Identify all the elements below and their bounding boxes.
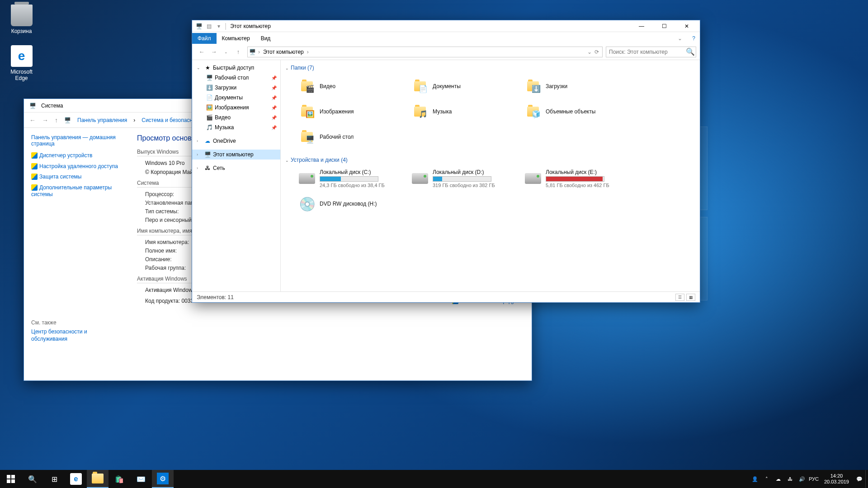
nav-tree: ⌄★Быстрый доступ 🖥️Рабочий стол📌⬇️Загруз…: [192, 60, 281, 291]
up-button[interactable]: ↑: [232, 46, 244, 58]
search-box[interactable]: 🔍: [606, 47, 696, 57]
search-input[interactable]: [606, 49, 685, 55]
taskbar: 🔍 ⊞ e 🛍️ ✉️ ⚙ 👤 ˄ ☁ 🖧 🔊 РУС 14:20 20.03.…: [0, 470, 868, 488]
folder-tile[interactable]: ⬇️Загрузки: [523, 75, 627, 98]
folder-tile[interactable]: 🖼️Изображения: [297, 100, 401, 123]
group-folders[interactable]: ⌄Папки (7): [285, 63, 695, 73]
tree-quick-item[interactable]: 🎵Музыка📌: [192, 122, 280, 132]
view-tiles-button[interactable]: ▦: [686, 294, 695, 301]
tree-quick-item[interactable]: 🖥️Рабочий стол📌: [192, 73, 280, 83]
onedrive-tray-icon[interactable]: ☁: [773, 476, 784, 482]
action-center-button[interactable]: 💬: [854, 476, 865, 482]
ribbon-expand[interactable]: ⌄: [672, 33, 688, 44]
desktop-icon-edge[interactable]: e Microsoft Edge: [5, 45, 38, 81]
people-icon[interactable]: 👤: [749, 476, 761, 482]
tree-quick-access[interactable]: ⌄★Быстрый доступ: [192, 63, 280, 73]
refresh-button[interactable]: ⟳: [593, 49, 600, 55]
cloud-icon: ☁: [204, 137, 211, 145]
capacity-bar: [546, 176, 604, 182]
folder-tile[interactable]: 🎬Видео: [297, 75, 401, 98]
properties-icon[interactable]: ▤: [205, 22, 213, 30]
tree-onedrive[interactable]: ›☁OneDrive: [192, 136, 280, 146]
up-button[interactable]: ↑: [55, 117, 58, 124]
svg-rect-3: [11, 479, 15, 483]
tree-quick-item[interactable]: 🎬Видео📌: [192, 113, 280, 122]
volume-tray-icon[interactable]: 🔊: [796, 476, 808, 482]
drive-tile[interactable]: Локальный диск (C:)24,3 ГБ свободно из 3…: [297, 167, 401, 190]
desktop-icon-label: Корзина: [5, 28, 38, 34]
sidebar-link-remote[interactable]: Настройка удаленного доступа: [31, 163, 121, 170]
qat-dropdown[interactable]: ▾: [215, 22, 223, 30]
taskbar-settings[interactable]: ⚙: [152, 470, 174, 488]
tray-overflow[interactable]: ˄: [761, 476, 773, 482]
folder-tile[interactable]: 🧊Объемные объекты: [523, 100, 627, 123]
tab-file[interactable]: Файл: [192, 33, 217, 44]
breadcrumb-dropdown[interactable]: ⌄: [586, 49, 593, 55]
view-details-button[interactable]: ☰: [675, 294, 684, 301]
recent-dropdown[interactable]: ⌄: [220, 46, 232, 58]
tree-network[interactable]: ›🖧Сеть: [192, 163, 280, 173]
back-button[interactable]: ←: [196, 46, 208, 58]
search-button[interactable]: 🔍: [22, 470, 43, 488]
close-button[interactable]: ✕: [676, 19, 697, 33]
sidebar-link-security-center[interactable]: Центр безопасности и обслуживания: [31, 328, 121, 343]
pin-icon: 📌: [271, 125, 277, 130]
tree-quick-item[interactable]: ⬇️Загрузки📌: [192, 83, 280, 93]
language-indicator[interactable]: РУС: [808, 476, 820, 482]
drive-tile[interactable]: Локальный диск (E:)5,81 ГБ свободно из 4…: [523, 167, 627, 190]
breadcrumb-seg[interactable]: Этот компьютер: [261, 49, 306, 55]
system-tray: 👤 ˄ ☁ 🖧 🔊 РУС 14:20 20.03.2019 💬: [749, 470, 868, 488]
content-pane: ⌄Папки (7) 🎬Видео📄Документы⬇️Загрузки🖼️И…: [281, 60, 700, 291]
breadcrumb-seg[interactable]: Панель управления: [77, 117, 127, 123]
sidebar-link-device-manager[interactable]: Диспетчер устройств: [31, 152, 121, 160]
clock-date: 20.03.2019: [824, 479, 849, 485]
folder-tile[interactable]: 🎵Музыка: [410, 100, 514, 123]
shield-icon: [31, 152, 38, 159]
taskbar-explorer[interactable]: [87, 470, 108, 488]
show-desktop-button[interactable]: [865, 470, 868, 488]
forward-button[interactable]: →: [42, 117, 48, 124]
tree-quick-item[interactable]: 📄Документы📌: [192, 93, 280, 103]
sidebar-link-advanced[interactable]: Дополнительные параметры системы: [31, 184, 121, 198]
pin-icon: 📌: [271, 75, 277, 80]
disk-icon: [412, 173, 428, 184]
sidebar-link-protection[interactable]: Защита системы: [31, 174, 121, 181]
folder-tile[interactable]: 📄Документы: [410, 75, 514, 98]
shield-icon: [31, 174, 38, 180]
desktop-icon-recycle-bin[interactable]: Корзина: [5, 5, 38, 34]
folder-icon: ⬇️: [527, 81, 539, 91]
back-button[interactable]: ←: [29, 117, 36, 124]
network-tray-icon[interactable]: 🖧: [784, 476, 796, 482]
pin-icon: 📌: [271, 115, 277, 120]
system-sidebar: Панель управления — домашняя страница Ди…: [24, 128, 128, 380]
status-text: Элементов: 11: [197, 294, 234, 300]
drive-tile[interactable]: 💿DVD RW дисковод (H:): [297, 192, 401, 216]
taskbar-edge[interactable]: e: [65, 470, 87, 488]
folder-icon: [92, 474, 104, 483]
maximize-button[interactable]: ☐: [654, 19, 675, 33]
group-drives[interactable]: ⌄Устройства и диски (4): [285, 155, 695, 165]
tree-quick-item[interactable]: 🖼️Изображения📌: [192, 103, 280, 113]
help-button[interactable]: ?: [688, 33, 700, 44]
edge-icon: e: [11, 45, 33, 67]
folder-icon: 🧊: [527, 107, 539, 117]
folder-tile[interactable]: 🖥️Рабочий стол: [297, 125, 401, 149]
tab-computer[interactable]: Компьютер: [217, 33, 255, 44]
folder-icon: 📄: [206, 94, 213, 101]
taskbar-mail[interactable]: ✉️: [130, 470, 152, 488]
drive-tile[interactable]: Локальный диск (D:)319 ГБ свободно из 38…: [410, 167, 514, 190]
cp-home-link[interactable]: Панель управления — домашняя страница: [31, 134, 121, 147]
network-icon: 🖧: [204, 164, 211, 172]
tab-view[interactable]: Вид: [255, 33, 276, 44]
start-button[interactable]: [0, 470, 22, 488]
product-key-label: Код продукта:: [145, 298, 180, 304]
task-view-button[interactable]: ⊞: [43, 470, 65, 488]
breadcrumb[interactable]: 🖥️ › Этот компьютер › ⌄ ⟳: [247, 47, 603, 57]
forward-button[interactable]: →: [208, 46, 220, 58]
search-icon[interactable]: 🔍: [685, 47, 696, 56]
taskbar-clock[interactable]: 14:20 20.03.2019: [820, 473, 854, 485]
minimize-button[interactable]: —: [631, 19, 652, 33]
folder-icon: 🖼️: [301, 107, 313, 117]
tree-this-pc[interactable]: ›🖥️Этот компьютер: [192, 150, 280, 160]
taskbar-store[interactable]: 🛍️: [108, 470, 130, 488]
